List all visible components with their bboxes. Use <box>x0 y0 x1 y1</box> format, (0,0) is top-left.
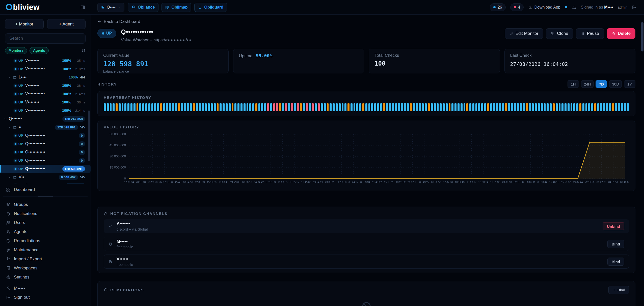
heartbeat-bar[interactable] <box>273 103 275 111</box>
heartbeat-bar[interactable] <box>606 103 608 111</box>
sidebar-item-remediations[interactable]: Remediations <box>3 236 88 245</box>
heartbeat-bar[interactable] <box>137 103 139 111</box>
bind-channel-button[interactable]: Bind <box>607 240 624 248</box>
heartbeat-bar[interactable] <box>154 103 156 111</box>
heartbeat-bar[interactable] <box>618 103 620 111</box>
heartbeat-bar[interactable] <box>389 103 391 111</box>
tree-monitor-item[interactable]: UPV••••••••••••100%214ms <box>0 106 91 115</box>
heartbeat-bar[interactable] <box>621 103 623 111</box>
heartbeat-bar[interactable] <box>157 103 159 111</box>
project-dropdown[interactable]: Q•••• <box>97 3 124 12</box>
heartbeat-bar[interactable] <box>217 103 219 111</box>
heartbeat-bar[interactable] <box>544 103 546 111</box>
heartbeat-bar[interactable] <box>579 103 581 111</box>
heartbeat-bar[interactable] <box>624 103 626 111</box>
heartbeat-bar[interactable] <box>324 103 326 111</box>
heartbeat-bar[interactable] <box>199 103 201 111</box>
delete-button[interactable]: Delete <box>607 28 635 39</box>
heartbeat-bar[interactable] <box>615 103 617 111</box>
sort-icon[interactable] <box>82 48 86 52</box>
heartbeat-bar[interactable] <box>487 103 489 111</box>
heartbeat-bar[interactable] <box>160 103 162 111</box>
clone-button[interactable]: Clone <box>546 28 573 39</box>
heartbeat-bar[interactable] <box>133 103 136 111</box>
heartbeat-bar[interactable] <box>110 103 112 111</box>
tree-monitor-item[interactable]: UPV••••••••100%36ms <box>0 98 91 106</box>
heartbeat-bar[interactable] <box>609 103 611 111</box>
heartbeat-bar[interactable] <box>303 103 305 111</box>
heartbeat-bar[interactable] <box>148 103 150 111</box>
unbind-channel-button[interactable]: Unbind <box>603 222 624 230</box>
heartbeat-bar[interactable] <box>333 103 335 111</box>
tree-monitor-item[interactable]: UPV••••••••••••100%214ms <box>0 90 91 98</box>
range-1h-button[interactable]: 1H <box>568 80 579 88</box>
heartbeat-bar[interactable] <box>594 103 596 111</box>
heartbeat-bar[interactable] <box>315 103 317 111</box>
heartbeat-bar[interactable] <box>434 103 436 111</box>
heartbeat-bar[interactable] <box>547 103 549 111</box>
heartbeat-bar[interactable] <box>211 103 213 111</box>
heartbeat-bar[interactable] <box>362 103 364 111</box>
chevron-down-icon[interactable] <box>8 126 11 129</box>
topbar-nav-obliguard[interactable]: Obliguard <box>194 3 227 12</box>
heartbeat-bar[interactable] <box>582 103 584 111</box>
sidebar-toggle-icon[interactable] <box>80 5 85 10</box>
range-1y-button[interactable]: 1Y <box>624 80 635 88</box>
heartbeat-bar[interactable] <box>538 103 540 111</box>
tree-monitor-item[interactable]: UPV••••••••100%35ms <box>0 57 91 65</box>
heartbeat-bar[interactable] <box>190 103 192 111</box>
heartbeat-bar[interactable] <box>404 103 406 111</box>
heartbeat-bar[interactable] <box>368 103 370 111</box>
heartbeat-bar[interactable] <box>163 103 165 111</box>
heartbeat-bar[interactable] <box>496 103 498 111</box>
sidebar-item-agents[interactable]: Agents <box>3 227 88 236</box>
heartbeat-bar[interactable] <box>282 103 284 111</box>
heartbeat-bar[interactable] <box>255 103 257 111</box>
heartbeat-bar[interactable] <box>627 103 629 111</box>
heartbeat-bar[interactable] <box>413 103 415 111</box>
alert-count-pill[interactable]: 4 <box>510 3 524 11</box>
heartbeat-bar[interactable] <box>502 103 504 111</box>
heartbeat-bar[interactable] <box>258 103 260 111</box>
bell-icon[interactable] <box>572 5 576 10</box>
heartbeat-bar[interactable] <box>603 103 605 111</box>
sidebar-item-groups[interactable]: Groups <box>3 200 88 209</box>
heartbeat-bar[interactable] <box>428 103 430 111</box>
heartbeat-bar[interactable] <box>124 103 126 111</box>
heartbeat-bar[interactable] <box>365 103 367 111</box>
sidebar-item-workspaces[interactable]: Workspaces <box>3 264 88 273</box>
download-app-button[interactable]: Download App <box>528 5 560 10</box>
heartbeat-bar[interactable] <box>559 103 561 111</box>
range-24h-button[interactable]: 24H <box>581 80 594 88</box>
heartbeat-bar[interactable] <box>175 103 177 111</box>
notification-count-pill[interactable]: 26 <box>490 3 506 11</box>
heartbeat-bar[interactable] <box>214 103 216 111</box>
heartbeat-bar[interactable] <box>178 103 180 111</box>
heartbeat-bar[interactable] <box>306 103 308 111</box>
heartbeat-bar[interactable] <box>321 103 323 111</box>
heartbeat-bar[interactable] <box>461 103 463 111</box>
heartbeat-bar[interactable] <box>208 103 210 111</box>
back-to-dashboard-link[interactable]: Back to Dashboard <box>97 19 140 24</box>
heartbeat-bar[interactable] <box>591 103 593 111</box>
heartbeat-bar[interactable] <box>184 103 186 111</box>
logout-icon[interactable] <box>632 5 636 10</box>
heartbeat-bar[interactable] <box>300 103 302 111</box>
heartbeat-bar[interactable] <box>553 103 555 111</box>
sidebar-item-maintenance[interactable]: Maintenance <box>3 245 88 255</box>
heartbeat-bar[interactable] <box>127 103 129 111</box>
page-scrollbar[interactable] <box>641 16 643 305</box>
tree-monitor-item[interactable]: UPV••••••••100%36ms <box>0 81 91 90</box>
range-7d-button[interactable]: 7D <box>596 80 607 88</box>
heartbeat-bar[interactable] <box>484 103 486 111</box>
heartbeat-bar[interactable] <box>342 103 344 111</box>
heartbeat-bar[interactable] <box>330 103 332 111</box>
sidebar-item-dashboard[interactable]: Dashboard <box>3 185 88 194</box>
heartbeat-bar[interactable] <box>240 103 243 111</box>
heartbeat-bar[interactable] <box>576 103 578 111</box>
heartbeat-bar[interactable] <box>529 103 531 111</box>
sidebar-item-users[interactable]: Users <box>3 218 88 227</box>
heartbeat-bar[interactable] <box>440 103 442 111</box>
heartbeat-bar[interactable] <box>437 103 439 111</box>
topbar-nav-oblimap[interactable]: Oblimap <box>162 3 191 12</box>
